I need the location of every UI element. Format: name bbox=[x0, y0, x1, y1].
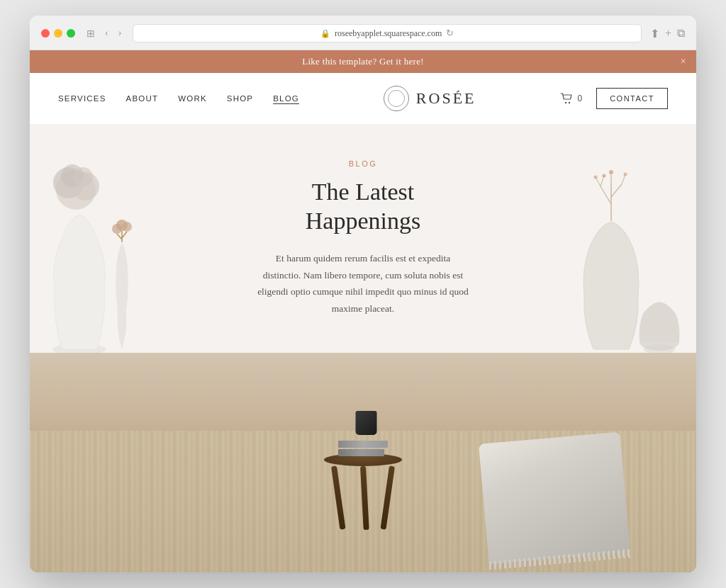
browser-chrome: ⊞ ‹ › 🔒 roseebyapplet.squarespace.com ↻ … bbox=[30, 16, 696, 50]
hero-eyebrow: BLOG bbox=[257, 159, 469, 168]
nav-links: SERVICES ABOUT WORK SHOP BLOG bbox=[58, 94, 299, 103]
maximize-window-button[interactable] bbox=[67, 29, 75, 38]
blanket-decoration bbox=[479, 431, 630, 564]
books-on-stool bbox=[338, 441, 388, 456]
book-2 bbox=[338, 449, 384, 456]
cart-count: 0 bbox=[577, 94, 582, 103]
svg-point-9 bbox=[112, 224, 122, 234]
svg-point-22 bbox=[594, 175, 598, 179]
cart-icon bbox=[560, 93, 573, 104]
navigation: SERVICES ABOUT WORK SHOP BLOG ROSÉE 0 bbox=[30, 73, 696, 124]
share-icon[interactable]: ⬆ bbox=[650, 27, 659, 40]
browser-navigation-controls: ⊞ ‹ › bbox=[84, 26, 124, 41]
hero-section: BLOG The Latest Happenings Et harum quid… bbox=[30, 124, 696, 352]
svg-line-13 bbox=[122, 232, 127, 238]
nav-link-services[interactable]: SERVICES bbox=[58, 94, 106, 103]
stool-leg-right bbox=[381, 465, 395, 529]
browser-window: ⊞ ‹ › 🔒 roseebyapplet.squarespace.com ↻ … bbox=[30, 16, 696, 572]
address-bar[interactable]: 🔒 roseebyapplet.squarespace.com ↻ bbox=[133, 24, 642, 43]
new-tab-icon[interactable]: + bbox=[665, 27, 671, 40]
left-vases-decoration bbox=[30, 124, 193, 352]
blog-image-section bbox=[30, 353, 696, 572]
logo-icon bbox=[384, 86, 409, 111]
hero-body-text: Et harum quidem rerum facilis est et exp… bbox=[257, 250, 469, 317]
nav-link-work[interactable]: WORK bbox=[178, 94, 207, 103]
close-window-button[interactable] bbox=[41, 29, 50, 38]
contact-button[interactable]: CONTACT bbox=[596, 88, 668, 109]
announcement-text: Like this template? Get it here! bbox=[302, 56, 424, 67]
tabs-icon[interactable]: ⧉ bbox=[677, 27, 685, 40]
hero-content: BLOG The Latest Happenings Et harum quid… bbox=[242, 124, 484, 352]
svg-point-1 bbox=[569, 102, 570, 103]
nav-link-blog[interactable]: BLOG bbox=[273, 94, 299, 103]
announcement-bar: Like this template? Get it here! × bbox=[30, 50, 696, 73]
stool-decoration bbox=[324, 453, 402, 530]
stool-leg-middle bbox=[360, 465, 369, 529]
svg-point-24 bbox=[624, 172, 627, 176]
site-logo[interactable]: ROSÉE bbox=[384, 86, 476, 111]
stool-legs bbox=[331, 466, 395, 530]
left-vases-svg bbox=[30, 147, 193, 353]
nav-right-actions: 0 CONTACT bbox=[560, 88, 668, 109]
svg-line-15 bbox=[601, 186, 611, 204]
minimize-window-button[interactable] bbox=[54, 29, 62, 38]
svg-point-23 bbox=[603, 174, 606, 177]
window-grid-button[interactable]: ⊞ bbox=[84, 26, 98, 41]
svg-point-10 bbox=[122, 222, 132, 232]
svg-point-0 bbox=[565, 102, 566, 103]
svg-point-21 bbox=[609, 170, 613, 174]
logo-text: ROSÉE bbox=[416, 89, 476, 108]
url-text: roseebyapplet.squarespace.com bbox=[335, 28, 442, 39]
nav-link-about[interactable]: ABOUT bbox=[126, 94, 159, 103]
traffic-lights bbox=[41, 29, 75, 38]
svg-point-7 bbox=[73, 167, 93, 187]
nav-link-shop[interactable]: SHOP bbox=[227, 94, 253, 103]
website-content: Like this template? Get it here! × SERVI… bbox=[30, 50, 696, 572]
svg-line-16 bbox=[611, 184, 622, 197]
right-vase-decoration bbox=[554, 124, 696, 352]
book-1 bbox=[338, 441, 388, 448]
stool-leg-left bbox=[331, 465, 345, 529]
hero-title: The Latest Happenings bbox=[257, 178, 469, 236]
mug-on-stool bbox=[356, 411, 377, 435]
browser-actions: ⬆ + ⧉ bbox=[650, 27, 685, 40]
right-vase-svg bbox=[554, 147, 696, 353]
back-button[interactable]: ‹ bbox=[102, 26, 111, 40]
svg-line-12 bbox=[117, 234, 122, 239]
reload-icon[interactable]: ↻ bbox=[446, 28, 454, 39]
forward-button[interactable]: › bbox=[116, 26, 125, 40]
announcement-close-button[interactable]: × bbox=[681, 56, 686, 67]
lock-icon: 🔒 bbox=[320, 29, 330, 38]
cart-button[interactable]: 0 bbox=[560, 93, 582, 104]
room-scene bbox=[30, 353, 696, 572]
